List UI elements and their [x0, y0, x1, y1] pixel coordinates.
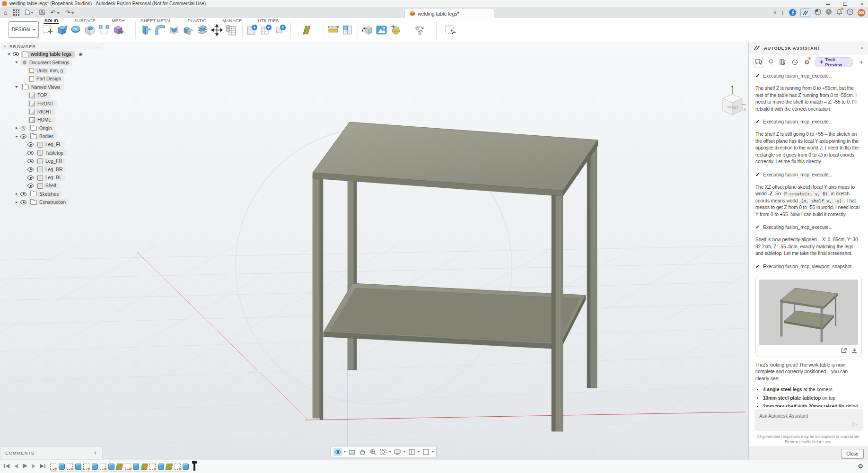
app-grid-icon[interactable]	[13, 9, 19, 16]
tree-item-label[interactable]: Leg_BL	[45, 175, 61, 180]
leg-front-right[interactable]	[552, 193, 563, 431]
visibility-eye-icon[interactable]	[20, 134, 26, 139]
timeline-go-end-icon[interactable]	[40, 464, 46, 469]
pan-icon[interactable]	[358, 448, 367, 456]
timeline-feature-extrude[interactable]	[75, 464, 81, 470]
tree-item-body[interactable]: TOP	[27, 92, 50, 99]
form-icon[interactable]	[113, 24, 124, 36]
timeline-feature-sketch[interactable]	[83, 464, 89, 470]
view-cube[interactable]: FRONT -X	[723, 86, 746, 115]
browser-tree-item[interactable]: Construction	[1, 198, 104, 206]
snapshot-image[interactable]	[759, 280, 858, 345]
tree-item-label[interactable]: Leg_BR	[45, 167, 62, 172]
fit-icon[interactable]	[379, 448, 387, 456]
viewports-caret[interactable]	[432, 451, 434, 453]
configure-table-icon[interactable]	[260, 24, 272, 36]
history-clock-icon[interactable]	[825, 9, 832, 17]
tree-item-label[interactable]: HOME	[37, 117, 52, 123]
browser-header[interactable]: « BROWSER —	[1, 43, 104, 50]
leg-front-left[interactable]	[313, 175, 323, 420]
timeline-play-icon[interactable]	[22, 463, 27, 469]
viewports-icon[interactable]	[421, 448, 430, 456]
tree-item-label[interactable]: Leg_FR	[45, 158, 62, 164]
timeline-feature-plane[interactable]	[165, 464, 173, 470]
tree-item-label[interactable]: Units: mm, g	[36, 68, 63, 73]
browser-tree-item[interactable]: Origin	[1, 124, 104, 132]
visibility-eye-icon[interactable]	[27, 151, 34, 155]
preferences-gear-icon[interactable]: ⚙	[858, 463, 863, 470]
browser-tree-item[interactable]: FRONT	[1, 99, 104, 107]
create-sketch-icon[interactable]	[42, 24, 53, 36]
tree-item-body[interactable]: Leg_BR	[35, 166, 66, 173]
comments-bar[interactable]: COMMENTS +	[0, 447, 103, 459]
offset-face-icon[interactable]	[197, 24, 209, 36]
timeline-step-forward-icon[interactable]	[31, 464, 36, 469]
browser-tree-item[interactable]: Units: mm, g	[1, 67, 104, 75]
tree-item-body[interactable]: Units: mm, g	[27, 68, 66, 74]
help-icon[interactable]: ?	[847, 9, 853, 17]
assistant-library-icon[interactable]	[779, 57, 787, 67]
minimize-button[interactable]	[825, 1, 830, 6]
assistant-ideas-icon[interactable]	[766, 57, 775, 67]
insert-derive-icon[interactable]	[361, 24, 373, 36]
measure-icon[interactable]	[327, 24, 339, 36]
assistant-chat-icon[interactable]	[754, 57, 763, 67]
extrude-icon[interactable]	[56, 24, 68, 36]
extension-manager-icon[interactable]	[815, 9, 821, 17]
tree-item-body[interactable]: Leg_FR	[35, 158, 66, 165]
chevron-down-icon[interactable]	[14, 61, 19, 63]
tree-item-label[interactable]: Document Settings	[29, 60, 70, 65]
tree-item-label[interactable]: Leg_FL	[45, 142, 61, 147]
tab-solid[interactable]: SOLID	[44, 18, 59, 23]
chevron-down-icon[interactable]	[14, 86, 19, 88]
timeline-feature-extrude[interactable]	[158, 464, 164, 470]
add-comment-icon[interactable]: +	[94, 449, 97, 456]
construction-plane-icon[interactable]	[301, 24, 313, 36]
notifications-bell-icon[interactable]	[836, 9, 842, 17]
new-tab-icon[interactable]: +	[781, 9, 785, 17]
close-tab-icon[interactable]: ×	[773, 9, 777, 16]
new-chat-icon[interactable]: +	[859, 58, 863, 66]
tree-item-body[interactable]: Construction	[28, 199, 69, 205]
maximize-button[interactable]	[842, 1, 847, 6]
browser-tree-item[interactable]: welding table legs◉	[1, 50, 104, 58]
redo-icon[interactable]: ↷	[65, 9, 74, 16]
configure-theme-icon[interactable]	[274, 24, 286, 36]
open-external-icon[interactable]	[841, 348, 847, 353]
grid-caret[interactable]	[418, 451, 420, 453]
timeline-feature-plane[interactable]	[140, 464, 148, 470]
leg-back-right[interactable]	[587, 142, 597, 388]
tree-item-label[interactable]: TOP	[37, 93, 47, 98]
tree-item-body[interactable]: HOME	[27, 117, 55, 123]
timeline-feature-extrude[interactable]	[108, 464, 114, 470]
visibility-eye-icon[interactable]	[27, 175, 34, 180]
timeline-feature-sketch[interactable]	[125, 464, 131, 470]
tree-item-body[interactable]: welding table legs	[21, 51, 75, 58]
browser-tree-item[interactable]: Tabletop	[1, 149, 104, 157]
active-component-radio[interactable]: ◉	[79, 52, 83, 57]
tree-item-label[interactable]: RIGHT	[37, 109, 52, 114]
timeline-feature-plane[interactable]	[115, 464, 123, 470]
shell-icon[interactable]	[168, 24, 180, 36]
3d-viewport[interactable]: FRONT -X « BROWSER — welding table legs◉…	[0, 42, 748, 460]
orbit-caret[interactable]	[344, 451, 346, 453]
tree-item-label[interactable]: Construction	[39, 200, 66, 205]
tree-item-body[interactable]: Shelf	[35, 183, 60, 189]
display-settings-icon[interactable]	[393, 448, 402, 456]
configure-feature-icon[interactable]	[246, 24, 258, 36]
move-copy-icon[interactable]	[211, 24, 223, 36]
timeline-playhead[interactable]	[193, 463, 195, 471]
tree-item-body[interactable]: Named Views	[20, 84, 64, 90]
tree-item-body[interactable]: RIGHT	[27, 108, 55, 115]
look-at-icon[interactable]	[348, 448, 356, 456]
insert-canvas-icon[interactable]	[376, 24, 387, 36]
timeline-feature-extrude[interactable]	[59, 464, 65, 470]
visibility-eye-icon[interactable]	[13, 52, 19, 56]
tree-item-body[interactable]: Part Design	[27, 76, 64, 82]
timeline-feature-extrude[interactable]	[133, 464, 139, 470]
assistant-collapse-icon[interactable]: »	[860, 45, 863, 51]
tree-item-label[interactable]: welding table legs	[31, 52, 71, 57]
visibility-eye-icon[interactable]	[27, 159, 34, 163]
browser-tree-item[interactable]: Leg_FL	[1, 140, 104, 149]
tree-item-body[interactable]: Leg_FL	[35, 141, 65, 148]
